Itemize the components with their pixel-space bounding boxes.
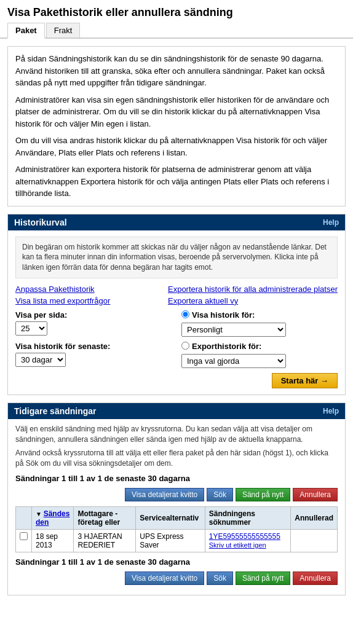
historikurval-body: Din begäran om historik kommer att skick…	[8, 230, 345, 395]
sandningar-info: Välj en enskild sändning med hjälp av kr…	[15, 424, 338, 469]
sok-button-bottom[interactable]: Sök	[207, 571, 233, 585]
page-title: Visa Pakethistorik eller annullera sändn…	[0, 0, 353, 23]
visa-historik-for-label: Visa historik för:	[192, 310, 255, 320]
tracking-number[interactable]: 1YE59555555555555	[209, 532, 287, 541]
sandningar-info2: Använd också kryssrutorna till att välja…	[15, 448, 338, 469]
visa-per-sida-label: Visa per sida:	[15, 310, 172, 320]
sand-pa-nytt-button-top[interactable]: Sänd på nytt	[236, 488, 290, 501]
table-header-row: ▼ Sändes den Mottagare - företag eller S…	[16, 507, 338, 530]
exporthistorik-for-select-group: Inga val gjorda Plats Plats och referens	[181, 354, 338, 368]
sandningar-title: Tidigare sändningar	[14, 406, 97, 416]
visa-historik-for-select[interactable]: Min egen Personligt Användare Plats Plat…	[181, 323, 286, 337]
skriv-ut-link[interactable]: Skriv ut etikett igen	[209, 541, 266, 549]
action-buttons-row-bottom: Visa detaljerat kvitto Sök Sänd på nytt …	[15, 571, 338, 585]
th-soknummer: Sändningens söknummer	[205, 507, 291, 530]
historikurval-help[interactable]: Help	[323, 218, 339, 227]
tab-frakt[interactable]: Frakt	[46, 23, 81, 37]
sandningar-count-top: Sändningar 1 till 1 av 1 de senaste 30 d…	[15, 474, 338, 483]
action-buttons-row-top: Visa detaljerat kvitto Sök Sänd på nytt …	[15, 488, 338, 501]
sandningar-help[interactable]: Help	[323, 407, 339, 415]
historikurval-form: Visa per sida: 10 25 50 100 Visa histori…	[15, 310, 338, 368]
row-servicealternativ: UPS Express Saver	[136, 530, 205, 552]
historikurval-links: Anpassa Pakethistorik Visa lista med exp…	[15, 285, 338, 305]
sandningar-info1: Välj en enskild sändning med hjälp av kr…	[15, 424, 338, 445]
row-checkbox-cell	[16, 530, 32, 552]
row-soknummer: 1YE59555555555555 Skriv ut etikett igen	[205, 530, 291, 552]
sok-button-top[interactable]: Sök	[207, 488, 233, 501]
exportera-aktuell-link[interactable]: Exportera aktuell vy	[168, 296, 338, 305]
visa-per-sida-select[interactable]: 10 25 50 100	[15, 321, 47, 336]
row-sandes-den: 18 sep 2013	[32, 530, 74, 552]
historikurval-section: Historikurval Help Din begäran om histor…	[7, 214, 346, 395]
sand-pa-nytt-button-bottom[interactable]: Sänd på nytt	[236, 571, 290, 585]
intro-box: På sidan Sändningshistorik kan du se din…	[7, 46, 346, 206]
intro-p2: Administratörer kan visa sin egen sändni…	[15, 94, 338, 130]
visa-kvitto-button-bottom[interactable]: Visa detaljerat kvitto	[125, 571, 204, 585]
links-right: Exportera historik för alla administrera…	[168, 285, 338, 305]
sandningar-section: Tidigare sändningar Help Välj en enskild…	[7, 402, 346, 595]
visa-per-sida-group: Visa per sida: 10 25 50 100	[15, 310, 172, 337]
annullera-button-bottom[interactable]: Annullera	[293, 571, 338, 585]
visa-historik-for-group: Visa historik för: Min egen Personligt A…	[181, 310, 338, 337]
visa-kvitto-button-top[interactable]: Visa detaljerat kvitto	[125, 488, 204, 501]
visa-historik-for-radio-row: Visa historik för:	[181, 310, 338, 321]
th-mottagare: Mottagare - företag eller	[74, 507, 136, 530]
exporthistorik-for-radio[interactable]	[181, 342, 189, 350]
visa-lista-link[interactable]: Visa lista med exportfrågor	[15, 296, 110, 305]
intro-p3: Om du vill visa andras historik klickar …	[15, 135, 338, 159]
starta-button[interactable]: Starta här →	[272, 373, 338, 388]
row-annullerad	[291, 530, 338, 552]
intro-p4: Administratörer kan exportera historik f…	[15, 163, 338, 200]
links-left: Anpassa Pakethistorik Visa lista med exp…	[15, 285, 110, 305]
visa-historik-senaste-label: Visa historik för senaste:	[15, 342, 172, 351]
tabs-bar: Paket Frakt	[0, 23, 353, 39]
exporthistorik-for-label: Exporthistorik för:	[192, 342, 261, 351]
table-row: 18 sep 2013 3 HJAERTAN REDERIET UPS Expr…	[16, 530, 338, 552]
annullera-button-top[interactable]: Annullera	[293, 488, 338, 501]
visa-historik-for-radio[interactable]	[181, 310, 189, 318]
sandningar-header: Tidigare sändningar Help	[8, 403, 345, 419]
visa-historik-for-select-group: Min egen Personligt Användare Plats Plat…	[181, 323, 338, 337]
starta-btn-row: Starta här →	[15, 373, 338, 388]
historikurval-header: Historikurval Help	[8, 214, 345, 230]
intro-p1: På sidan Sändningshistorik kan du se din…	[15, 53, 338, 89]
visa-historik-senaste-group: Visa historik för senaste: 30 dagar 60 d…	[15, 342, 172, 368]
exporthistorik-for-radio-row: Exporthistorik för:	[181, 342, 338, 353]
sort-arrow-icon: ▼	[36, 511, 44, 517]
sandningar-body: Välj en enskild sändning med hjälp av kr…	[8, 419, 345, 595]
anpassa-link[interactable]: Anpassa Pakethistorik	[15, 285, 110, 294]
row-checkbox[interactable]	[20, 532, 28, 540]
visa-historik-senaste-select[interactable]: 30 dagar 60 dagar 90 dagar	[15, 353, 66, 367]
main-content: På sidan Sändningshistorik kan du se din…	[0, 39, 353, 610]
exportera-alla-link[interactable]: Exportera historik för alla administrera…	[168, 285, 338, 294]
th-checkbox	[16, 507, 32, 530]
tab-paket[interactable]: Paket	[7, 23, 45, 39]
th-annullerad: Annullerad	[291, 507, 338, 530]
shipments-table: ▼ Sändes den Mottagare - företag eller S…	[15, 506, 338, 552]
exporthistorik-for-select[interactable]: Inga val gjorda Plats Plats och referens	[181, 354, 286, 368]
historikurval-title: Historikurval	[14, 218, 67, 227]
row-mottagare: 3 HJAERTAN REDERIET	[74, 530, 136, 552]
th-servicealternativ: Servicealternativ	[136, 507, 205, 530]
sandningar-count-bottom: Sändningar 1 till 1 av 1 de senaste 30 d…	[15, 557, 338, 567]
historikurval-notice: Din begäran om historik kommer att skick…	[15, 237, 338, 278]
exporthistorik-for-group: Exporthistorik för: Inga val gjorda Plat…	[181, 342, 338, 368]
th-sandes-den[interactable]: ▼ Sändes den	[32, 507, 74, 530]
